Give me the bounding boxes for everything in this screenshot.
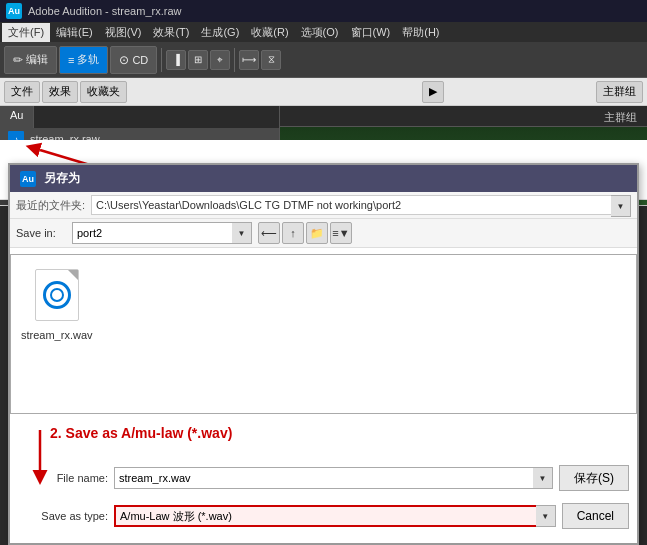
toolbar-separator-2 (234, 48, 235, 72)
cursor-tool[interactable]: ⟼ (239, 50, 259, 70)
saveas-type-wrapper: ▼ (114, 505, 556, 527)
edit-mode-button[interactable]: ✏ 编辑 (4, 46, 57, 74)
wav-file-graphic (35, 269, 79, 321)
menu-item-effects[interactable]: 效果(T) (147, 23, 195, 42)
menu-item-window[interactable]: 窗口(W) (345, 23, 397, 42)
filename-row: File name: ▼ 保存(S) (10, 462, 637, 494)
file-browser[interactable]: stream_rx.wav (10, 254, 637, 414)
dialog-title-bar: Au 另存为 (10, 165, 637, 192)
recent-label: 最近的文件夹: (16, 198, 85, 213)
multitrack-button[interactable]: ≡ 多轨 (59, 46, 108, 74)
cd-icon: ⊙ (119, 53, 129, 67)
saveas-type-input[interactable] (114, 505, 556, 527)
arrow-2 (10, 420, 60, 480)
view-options-button[interactable]: ≡▼ (330, 222, 352, 244)
favorites-tab[interactable]: 收藏夹 (80, 81, 127, 103)
files-tab[interactable]: 文件 (4, 81, 40, 103)
saveas-type-dropdown[interactable]: ▼ (536, 505, 556, 527)
nav-up-button[interactable]: ↑ (282, 222, 304, 244)
nav-back-button[interactable]: ⟵ (258, 222, 280, 244)
cd-button[interactable]: ⊙ CD (110, 46, 157, 74)
waveform-tool[interactable]: ▐ (166, 50, 186, 70)
menu-item-help[interactable]: 帮助(H) (396, 23, 445, 42)
menu-item-file[interactable]: 文件(F) (2, 23, 50, 42)
save-in-input[interactable] (72, 222, 252, 244)
selection-tool[interactable]: ⊞ (188, 50, 208, 70)
left-panel-tabs: Au (0, 106, 279, 128)
saveas-type-label: Save as type: (18, 510, 108, 522)
save-in-wrapper: ▼ (72, 222, 252, 244)
au-tab[interactable]: Au (0, 106, 34, 128)
snap-tool[interactable]: ⧖ (261, 50, 281, 70)
app-logo: Au (6, 3, 22, 19)
save-button[interactable]: 保存(S) (559, 465, 629, 491)
filename-dropdown[interactable]: ▼ (533, 467, 553, 489)
nav-buttons: ⟵ ↑ 📁 ≡▼ (258, 222, 352, 244)
zoom-tool[interactable]: ⌖ (210, 50, 230, 70)
filename-wrapper: ▼ (114, 467, 553, 489)
effects-tab[interactable]: 效果 (42, 81, 78, 103)
save-as-dialog: Au 另存为 最近的文件夹: ▼ Save in: ▼ ⟵ ↑ 📁 ≡▼ (8, 163, 639, 545)
recent-files-row: 最近的文件夹: ▼ (10, 192, 637, 219)
menu-bar: 文件(F) 编辑(E) 视图(V) 效果(T) 生成(G) 收藏(R) 选项(O… (0, 22, 647, 42)
menu-item-options[interactable]: 选项(O) (295, 23, 345, 42)
track-label: 主群组 (604, 110, 637, 125)
menu-item-edit[interactable]: 编辑(E) (50, 23, 99, 42)
menu-item-generate[interactable]: 生成(G) (195, 23, 245, 42)
menu-item-favorites[interactable]: 收藏(R) (245, 23, 294, 42)
track-group-btn[interactable]: 主群组 (596, 81, 643, 103)
filename-input[interactable] (114, 467, 553, 489)
recent-path-wrapper: ▼ (91, 195, 631, 215)
dialog-title-text: 另存为 (44, 170, 80, 187)
multitrack-icon: ≡ (68, 54, 74, 66)
wav-circle-graphic (43, 281, 71, 309)
recent-path-dropdown[interactable]: ▼ (611, 195, 631, 217)
new-folder-button[interactable]: 📁 (306, 222, 328, 244)
edit-icon: ✏ (13, 53, 23, 67)
annotation-2-text: 2. Save as A/mu-law (*.wav) (50, 425, 232, 441)
saveas-type-row: Save as type: ▼ Cancel (10, 500, 637, 537)
title-bar: Au Adobe Audition - stream_rx.raw (0, 0, 647, 22)
save-in-dropdown[interactable]: ▼ (232, 222, 252, 244)
file-item-name: stream_rx.wav (21, 329, 93, 341)
dialog-title-icon: Au (20, 171, 36, 187)
menu-item-view[interactable]: 视图(V) (99, 23, 148, 42)
page-wrapper: Au Adobe Audition - stream_rx.raw 文件(F) … (0, 0, 647, 545)
save-in-row: Save in: ▼ ⟵ ↑ 📁 ≡▼ (10, 219, 637, 248)
annotation-2-area: 2. Save as A/mu-law (*.wav) (10, 420, 637, 462)
cancel-button[interactable]: Cancel (562, 503, 629, 529)
title-bar-text: Adobe Audition - stream_rx.raw (28, 5, 181, 17)
main-toolbar: ✏ 编辑 ≡ 多轨 ⊙ CD ▐ ⊞ ⌖ ⟼ ⧖ (0, 42, 647, 78)
save-in-label: Save in: (16, 227, 66, 239)
recent-path-input[interactable] (91, 195, 631, 215)
secondary-toolbar: 文件 效果 收藏夹 ▶ 主群组 (0, 78, 647, 106)
list-item[interactable]: stream_rx.wav (21, 265, 93, 341)
file-item-icon (32, 265, 82, 325)
toolbar-separator-1 (161, 48, 162, 72)
track-settings-btn[interactable]: ▶ (422, 81, 444, 103)
